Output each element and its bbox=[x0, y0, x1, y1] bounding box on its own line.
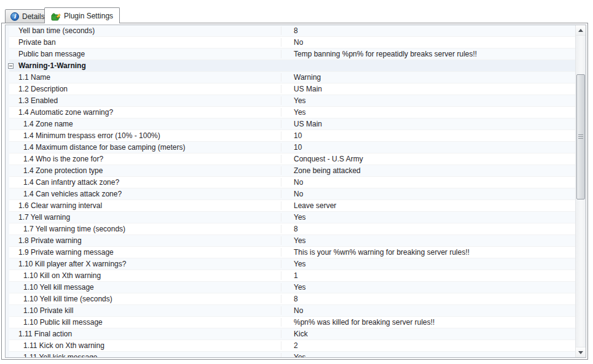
setting-name: 1.10 Kill player after X warnings? bbox=[18, 260, 126, 268]
setting-value: Zone being attacked bbox=[294, 166, 361, 175]
setting-name: Yell ban time (seconds) bbox=[18, 26, 95, 35]
scroll-down-button[interactable] bbox=[576, 347, 586, 357]
tab-plugin-settings-label: Plugin Settings bbox=[64, 12, 113, 20]
setting-value: Yes bbox=[294, 260, 306, 268]
setting-name: 1.10 Yell kill time (seconds) bbox=[23, 295, 112, 303]
setting-value: 8 bbox=[294, 26, 298, 35]
vertical-scrollbar[interactable] bbox=[575, 25, 586, 357]
collapse-minus-icon[interactable] bbox=[8, 63, 14, 69]
setting-name: 1.1 Name bbox=[18, 73, 50, 82]
setting-row[interactable]: 1.10 Yell kill message Yes bbox=[6, 282, 575, 293]
setting-row[interactable]: 1.10 Private kill No bbox=[6, 305, 575, 317]
setting-value: Yes bbox=[294, 353, 306, 357]
setting-value: Leave server bbox=[294, 201, 336, 210]
setting-row[interactable]: 1.4 Can vehicles attack zone? No bbox=[6, 188, 575, 200]
setting-name: 1.6 Clear warning interval bbox=[18, 201, 102, 210]
setting-name: 1.4 Maximum distance for base camping (m… bbox=[23, 143, 185, 152]
setting-name: 1.4 Zone name bbox=[23, 120, 73, 128]
setting-value: 10 bbox=[294, 131, 302, 140]
setting-value: 2 bbox=[294, 341, 298, 350]
setting-value: Yes bbox=[294, 213, 306, 222]
info-icon: i bbox=[10, 12, 19, 21]
setting-value: Kick bbox=[294, 330, 308, 338]
setting-row[interactable]: 1.4 Can infantry attack zone? No bbox=[6, 177, 575, 188]
setting-row[interactable]: 1.6 Clear warning interval Leave server bbox=[6, 200, 575, 212]
setting-row[interactable]: 1.10 Kill on Xth warning 1 bbox=[6, 270, 575, 282]
setting-name: 1.3 Enabled bbox=[18, 96, 58, 105]
setting-name: 1.7 Yell warning time (seconds) bbox=[23, 225, 125, 233]
setting-row[interactable]: 1.10 Yell kill time (seconds) 8 bbox=[6, 293, 575, 305]
setting-name: Warning-1-Warning bbox=[18, 61, 86, 70]
setting-row[interactable]: 1.4 Minimum trespass error (10% - 100%) … bbox=[6, 130, 575, 142]
setting-name: Public ban message bbox=[18, 50, 85, 58]
setting-value: Yes bbox=[294, 108, 306, 117]
tab-plugin-settings[interactable]: Plugin Settings bbox=[44, 7, 120, 23]
setting-value: No bbox=[294, 190, 303, 198]
setting-value: Warning bbox=[294, 73, 321, 82]
setting-row[interactable]: 1.7 Yell warning time (seconds) 8 bbox=[6, 223, 575, 235]
setting-name: 1.8 Private warning bbox=[18, 236, 82, 245]
setting-name: 1.10 Yell kill message bbox=[23, 283, 94, 292]
setting-value: %pn% was killed for breaking server rule… bbox=[294, 318, 434, 327]
setting-name: 1.11 Kick on Xth warning bbox=[23, 341, 104, 350]
setting-row[interactable]: 1.4 Maximum distance for base camping (m… bbox=[6, 142, 575, 153]
setting-value: 8 bbox=[294, 295, 298, 303]
setting-value: No bbox=[294, 306, 303, 315]
setting-value: Yes bbox=[294, 96, 306, 105]
setting-value: Conquest - U.S Army bbox=[294, 155, 363, 163]
setting-name: Private ban bbox=[18, 38, 56, 47]
setting-row[interactable]: 1.10 Kill player after X warnings? Yes bbox=[6, 258, 575, 270]
setting-name: 1.7 Yell warning bbox=[18, 213, 70, 222]
setting-name: 1.4 Can infantry attack zone? bbox=[23, 178, 119, 187]
setting-value: This is your %wn% warning for breaking s… bbox=[294, 248, 469, 257]
settings-grid: Yell ban time (seconds) 8 Private ban No… bbox=[5, 25, 586, 358]
setting-value: 8 bbox=[294, 225, 298, 233]
setting-value: US Main bbox=[294, 120, 322, 128]
setting-name: 1.9 Private warning message bbox=[18, 248, 114, 257]
scrollbar-thumb[interactable] bbox=[576, 74, 585, 199]
scroll-down-icon bbox=[578, 351, 583, 354]
setting-row[interactable]: 1.4 Who is the zone for? Conquest - U.S … bbox=[6, 153, 575, 165]
scrollbar-grip-icon bbox=[578, 134, 583, 139]
setting-name: 1.4 Who is the zone for? bbox=[23, 155, 103, 163]
setting-value: 10 bbox=[294, 143, 302, 152]
setting-value: Temp banning %pn% for repeatidly breaks … bbox=[294, 50, 477, 58]
setting-row[interactable]: 1.1 Name Warning bbox=[6, 72, 575, 83]
setting-row[interactable]: 1.9 Private warning message This is your… bbox=[6, 247, 575, 258]
plugin-icon bbox=[51, 11, 61, 21]
grid-left-gutter bbox=[6, 25, 9, 357]
setting-name: 1.10 Kill on Xth warning bbox=[23, 271, 101, 280]
setting-value: Yes bbox=[294, 283, 306, 292]
setting-name: 1.4 Zone protection type bbox=[23, 166, 103, 175]
scroll-up-icon bbox=[578, 29, 583, 32]
tab-details[interactable]: i Details bbox=[5, 9, 50, 23]
plugin-settings-panel: Yell ban time (seconds) 8 Private ban No… bbox=[1, 23, 588, 360]
setting-row[interactable]: 1.11 Yell kick message Yes bbox=[6, 352, 575, 357]
setting-value: No bbox=[294, 38, 303, 47]
setting-row[interactable]: 1.4 Zone name US Main bbox=[6, 118, 575, 130]
setting-row[interactable]: Public ban message Temp banning %pn% for… bbox=[6, 48, 575, 60]
setting-row[interactable]: Yell ban time (seconds) 8 bbox=[6, 25, 575, 37]
setting-row[interactable]: 1.11 Final action Kick bbox=[6, 328, 575, 340]
setting-row[interactable]: 1.8 Private warning Yes bbox=[6, 235, 575, 247]
setting-name: 1.11 Final action bbox=[18, 330, 72, 338]
tab-details-label: Details bbox=[22, 12, 45, 21]
setting-row[interactable]: 1.11 Kick on Xth warning 2 bbox=[6, 340, 575, 352]
setting-row[interactable]: 1.10 Public kill message %pn% was killed… bbox=[6, 317, 575, 328]
setting-value: US Main bbox=[294, 85, 322, 93]
setting-row[interactable]: Private ban No bbox=[6, 37, 575, 48]
setting-name: 1.2 Description bbox=[18, 85, 68, 93]
setting-row[interactable]: 1.3 Enabled Yes bbox=[6, 95, 575, 107]
setting-value: 1 bbox=[294, 271, 298, 280]
setting-row[interactable]: 1.4 Automatic zone warning? Yes bbox=[6, 107, 575, 118]
setting-name: 1.11 Yell kick message bbox=[23, 353, 98, 357]
setting-value: No bbox=[294, 178, 303, 187]
scroll-up-button[interactable] bbox=[576, 25, 586, 36]
setting-row[interactable]: 1.4 Zone protection type Zone being atta… bbox=[6, 165, 575, 177]
group-header-row[interactable]: Warning-1-Warning bbox=[6, 60, 575, 72]
setting-name: 1.4 Automatic zone warning? bbox=[18, 108, 113, 117]
setting-name: 1.10 Private kill bbox=[23, 306, 73, 315]
setting-row[interactable]: 1.7 Yell warning Yes bbox=[6, 212, 575, 223]
settings-rows: Yell ban time (seconds) 8 Private ban No… bbox=[6, 25, 575, 357]
setting-row[interactable]: 1.2 Description US Main bbox=[6, 83, 575, 95]
